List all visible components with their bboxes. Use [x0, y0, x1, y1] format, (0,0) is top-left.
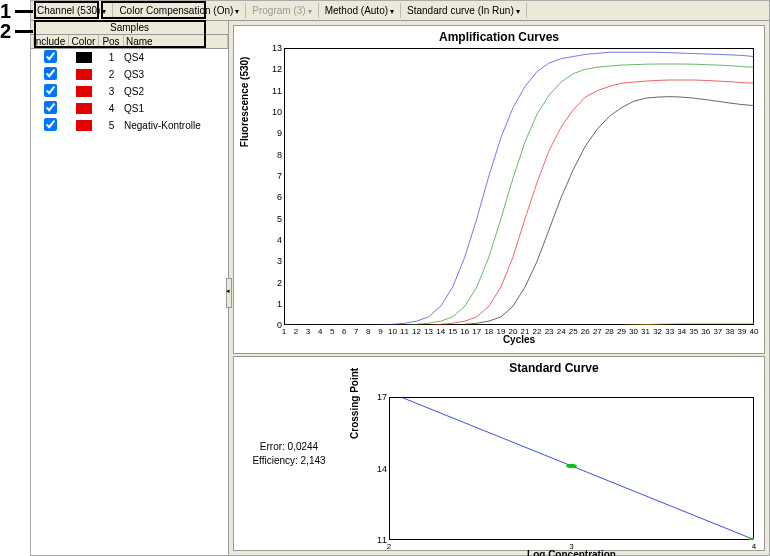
col-color[interactable]: Color: [69, 35, 99, 48]
color-swatch: [76, 52, 92, 63]
annotation-2: 2: [0, 20, 11, 43]
toolbar-method-label: Method (Auto): [325, 5, 388, 16]
amp-ylabel: Fluorescence (530): [239, 56, 250, 147]
sample-row[interactable]: 2QS3: [31, 66, 228, 83]
std-eff-value: 2,143: [301, 455, 326, 466]
toolbar: Channel (530)▾ Color Compensation (On)▾ …: [31, 1, 769, 21]
col-pos[interactable]: Pos: [99, 35, 124, 48]
amp-title: Amplification Curves: [234, 26, 764, 48]
amp-xlabel: Cycles: [284, 334, 754, 345]
sample-row[interactable]: 4QS1: [31, 100, 228, 117]
toolbar-colorcomp-label: Color Compensation (On): [119, 5, 233, 16]
toolbar-method[interactable]: Method (Auto)▾: [319, 3, 401, 18]
sample-pos: 1: [99, 52, 124, 63]
color-swatch: [76, 120, 92, 131]
toolbar-channel[interactable]: Channel (530)▾: [31, 3, 113, 18]
sample-pos: 3: [99, 86, 124, 97]
amp-curves: [284, 48, 754, 325]
color-swatch: [76, 69, 92, 80]
std-error-label: Error:: [260, 441, 285, 452]
sample-pos: 5: [99, 120, 124, 131]
sample-row[interactable]: 5Negativ-Kontrolle: [31, 117, 228, 134]
svg-point-1: [566, 464, 577, 468]
include-checkbox[interactable]: [44, 101, 57, 114]
dropdown-icon: ▾: [102, 7, 106, 16]
std-chart[interactable]: Crossing Point 111417 234 Log Concentrat…: [389, 397, 754, 540]
sample-name: QS1: [124, 103, 228, 114]
sample-row[interactable]: 3QS2: [31, 83, 228, 100]
samples-title: Samples: [31, 21, 228, 35]
std-error-value: 0,0244: [288, 441, 319, 452]
include-checkbox[interactable]: [44, 118, 57, 131]
color-swatch: [76, 103, 92, 114]
sample-name: QS3: [124, 69, 228, 80]
std-ylabel: Crossing Point: [349, 368, 360, 439]
app-window: Channel (530)▾ Color Compensation (On)▾ …: [30, 0, 770, 556]
col-name[interactable]: Name: [124, 35, 228, 48]
toolbar-channel-label: Channel (530): [37, 5, 100, 16]
dropdown-icon: ▾: [235, 7, 239, 16]
amplification-panel: Amplification Curves Fluorescence (530) …: [233, 25, 765, 354]
amp-chart[interactable]: Fluorescence (530) 012345678910111213 12…: [284, 48, 754, 325]
annotation-2-line: [15, 30, 33, 33]
std-yticks: 111417: [369, 397, 387, 540]
std-title: Standard Curve: [344, 357, 764, 379]
dropdown-icon: ▾: [516, 7, 520, 16]
std-stats: Error: 0,0244 Efficiency: 2,143: [234, 357, 344, 550]
include-checkbox[interactable]: [44, 84, 57, 97]
std-xlabel: Log Concentration: [389, 549, 754, 556]
splitter-handle[interactable]: [226, 278, 232, 308]
standard-curve-panel: Error: 0,0244 Efficiency: 2,143 Standard…: [233, 356, 765, 551]
annotation-1-line: [15, 10, 33, 13]
toolbar-stdcurve[interactable]: Standard curve (In Run)▾: [401, 3, 527, 18]
std-eff-label: Efficiency:: [252, 455, 297, 466]
toolbar-program: Program (3)▾: [246, 3, 318, 18]
sample-pos: 4: [99, 103, 124, 114]
toolbar-colorcomp[interactable]: Color Compensation (On)▾: [113, 3, 246, 18]
toolbar-stdcurve-label: Standard curve (In Run): [407, 5, 514, 16]
sample-row[interactable]: 1QS4: [31, 49, 228, 66]
sample-name: QS2: [124, 86, 228, 97]
samples-list: 1QS42QS33QS24QS15Negativ-Kontrolle: [31, 49, 228, 134]
amp-yticks: 012345678910111213: [264, 48, 282, 325]
color-swatch: [76, 86, 92, 97]
toolbar-program-label: Program (3): [252, 5, 305, 16]
samples-sidebar: Samples Include Color Pos Name 1QS42QS33…: [31, 21, 229, 555]
sample-name: QS4: [124, 52, 228, 63]
include-checkbox[interactable]: [44, 67, 57, 80]
include-checkbox[interactable]: [44, 50, 57, 63]
std-curves: [389, 397, 754, 540]
sample-name: Negativ-Kontrolle: [124, 120, 228, 131]
sample-pos: 2: [99, 69, 124, 80]
main-area: Amplification Curves Fluorescence (530) …: [229, 21, 769, 555]
col-include[interactable]: Include: [31, 35, 69, 48]
dropdown-icon: ▾: [308, 7, 312, 16]
dropdown-icon: ▾: [390, 7, 394, 16]
samples-column-headers: Include Color Pos Name: [31, 35, 228, 49]
